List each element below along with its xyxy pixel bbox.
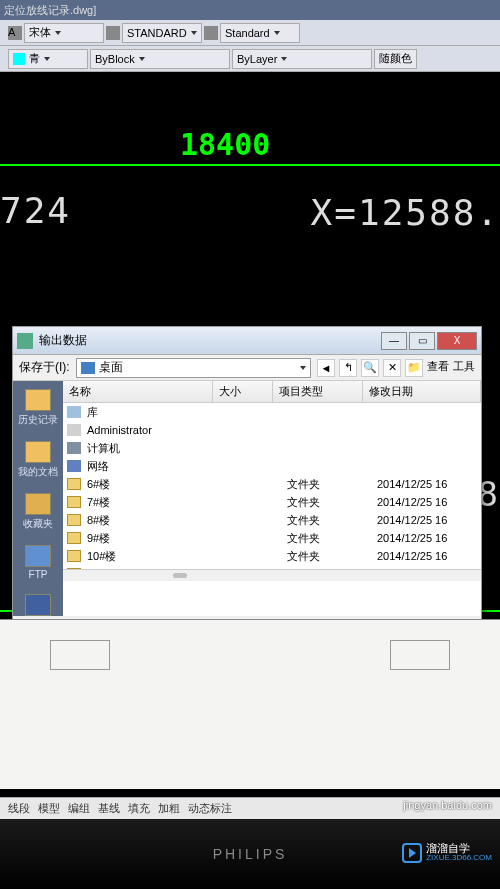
file-list[interactable]: 库Administrator计算机网络6#楼文件夹2014/12/25 167#…	[63, 403, 481, 569]
file-row[interactable]: 计算机	[63, 439, 481, 457]
file-list-header: 名称 大小 项目类型 修改日期	[63, 381, 481, 403]
file-name: 6#楼	[87, 477, 227, 492]
status-tab[interactable]: 填充	[128, 801, 150, 816]
file-type: 文件夹	[287, 549, 377, 564]
view-menu[interactable]: 查看	[427, 359, 449, 377]
status-tab[interactable]: 加粗	[158, 801, 180, 816]
col-date[interactable]: 修改日期	[363, 381, 481, 402]
color-select[interactable]: 青	[8, 49, 88, 69]
maximize-button[interactable]: ▭	[409, 332, 435, 350]
dialog-body: 历史记录 我的文档 收藏夹 FTP	[13, 381, 481, 616]
file-name: 8#楼	[87, 513, 227, 528]
col-size[interactable]: 大小	[213, 381, 273, 402]
dropdown-icon	[55, 31, 61, 35]
file-type: 文件夹	[287, 531, 377, 546]
font-select[interactable]: 宋体	[24, 23, 104, 43]
dim-style-icon[interactable]	[106, 26, 120, 40]
paper-space-area[interactable]	[0, 619, 500, 789]
desktop-places-icon	[25, 594, 51, 616]
toolbar-properties: 青 ByBlock ByLayer 随颜色	[0, 46, 500, 72]
places-bar: 历史记录 我的文档 收藏夹 FTP	[13, 381, 63, 616]
file-row[interactable]: 8#楼文件夹2014/12/25 16	[63, 511, 481, 529]
delete-icon[interactable]: ✕	[383, 359, 401, 377]
places-ftp[interactable]: FTP	[25, 545, 51, 580]
lineweight-select[interactable]: ByLayer	[232, 49, 372, 69]
dialog-title: 输出数据	[39, 332, 381, 349]
nav-up-icon[interactable]: ↰	[339, 359, 357, 377]
file-row[interactable]: 库	[63, 403, 481, 421]
coord-left: 724	[0, 190, 71, 231]
history-icon	[25, 389, 51, 411]
mydocs-icon	[25, 441, 51, 463]
places-favorites[interactable]: 收藏夹	[23, 493, 53, 531]
dropdown-icon	[191, 31, 197, 35]
dialog-icon	[17, 333, 33, 349]
coord-right: X=12588.	[311, 192, 500, 233]
dropdown-icon	[44, 57, 50, 61]
linetype-select[interactable]: ByBlock	[90, 49, 230, 69]
places-mydocs[interactable]: 我的文档	[18, 441, 58, 479]
text-style-icon[interactable]: A	[8, 26, 22, 40]
file-date: 2014/12/25 16	[377, 496, 481, 508]
col-type[interactable]: 项目类型	[273, 381, 363, 402]
ftp-icon	[25, 545, 51, 567]
status-tab[interactable]: 基线	[98, 801, 120, 816]
horizontal-scrollbar[interactable]	[63, 569, 481, 581]
file-row[interactable]: Administrator	[63, 421, 481, 439]
file-row[interactable]: 7#楼文件夹2014/12/25 16	[63, 493, 481, 511]
file-row[interactable]: 6#楼文件夹2014/12/25 16	[63, 475, 481, 493]
desktop-icon	[81, 362, 95, 374]
toolbar-style: A 宋体 STANDARD Standard	[0, 20, 500, 46]
file-icon	[67, 460, 81, 472]
col-name[interactable]: 名称	[63, 381, 213, 402]
location-select[interactable]: 桌面	[76, 358, 311, 378]
monitor-brand: PHILIPS	[213, 846, 288, 862]
file-icon	[67, 496, 81, 508]
watermark-baidu: jingyan.baidu.com	[403, 799, 492, 811]
play-icon	[402, 843, 422, 863]
dimension-line	[0, 164, 500, 166]
dimstyle-select[interactable]: STANDARD	[122, 23, 202, 43]
file-icon	[67, 550, 81, 562]
dialog-titlebar[interactable]: 输出数据 — ▭ X	[13, 327, 481, 355]
status-tab[interactable]: 动态标注	[188, 801, 232, 816]
places-history[interactable]: 历史记录	[18, 389, 58, 427]
file-type: 文件夹	[287, 495, 377, 510]
nav-back-icon[interactable]: ◄	[317, 359, 335, 377]
table-style-icon[interactable]	[204, 26, 218, 40]
viewport-frame	[390, 640, 450, 670]
file-date: 2014/12/25 16	[377, 550, 481, 562]
dropdown-icon	[300, 366, 306, 370]
file-icon	[67, 406, 81, 418]
dialog-location-row: 保存于(I): 桌面 ◄ ↰ 🔍 ✕ 📁 查看 工具	[13, 355, 481, 381]
watermark-zixue: 溜溜自学 ZIXUE.3D66.COM	[402, 842, 492, 863]
status-tab[interactable]: 模型	[38, 801, 60, 816]
close-button[interactable]: X	[437, 332, 477, 350]
status-tab[interactable]: 线段	[8, 801, 30, 816]
tablestyle-select[interactable]: Standard	[220, 23, 300, 43]
minimize-button[interactable]: —	[381, 332, 407, 350]
file-name: 计算机	[87, 441, 227, 456]
dropdown-icon	[139, 57, 145, 61]
status-tab[interactable]: 编组	[68, 801, 90, 816]
dimension-top: 18400	[180, 127, 270, 162]
tools-menu[interactable]: 工具	[453, 359, 475, 377]
file-row[interactable]: 10#楼文件夹2014/12/25 16	[63, 547, 481, 565]
file-icon	[67, 424, 81, 436]
app-title-bar: 定位放线记录.dwg]	[0, 0, 500, 20]
file-icon	[67, 514, 81, 526]
dropdown-icon	[281, 57, 287, 61]
file-row[interactable]: 网络	[63, 457, 481, 475]
file-date: 2014/12/25 16	[377, 478, 481, 490]
plotcolor-select[interactable]: 随颜色	[374, 49, 417, 69]
file-date: 2014/12/25 16	[377, 532, 481, 544]
file-icon	[67, 478, 81, 490]
file-name: 7#楼	[87, 495, 227, 510]
cad-drawing-area[interactable]: 18400 724 X=12588. 8 18400 输出数据 — ▭ X 保存…	[0, 72, 500, 632]
app-title: 定位放线记录.dwg]	[4, 3, 96, 18]
search-icon[interactable]: 🔍	[361, 359, 379, 377]
file-name: 网络	[87, 459, 227, 474]
places-desktop[interactable]	[25, 594, 51, 616]
file-row[interactable]: 9#楼文件夹2014/12/25 16	[63, 529, 481, 547]
newfolder-icon[interactable]: 📁	[405, 359, 423, 377]
